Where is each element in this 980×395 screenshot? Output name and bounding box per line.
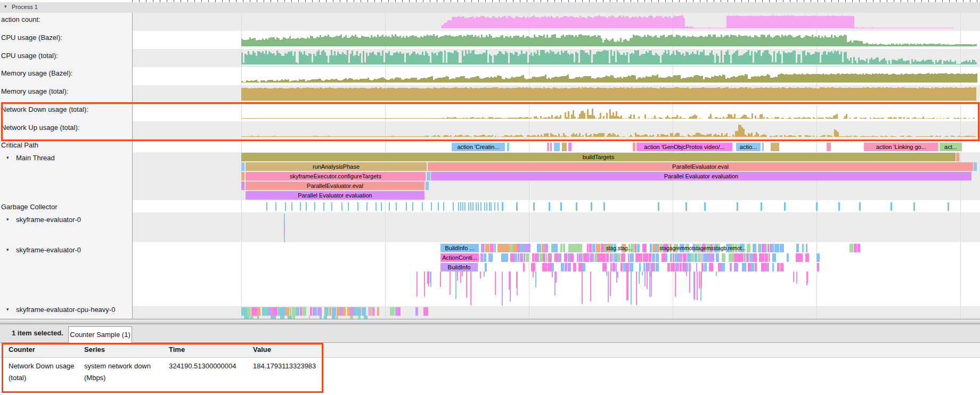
span-sliver[interactable] [532,253,535,262]
timeline-span-sliver[interactable] [241,172,244,180]
chevron-down-icon[interactable]: ▾ [6,155,9,160]
gc-event-tick[interactable] [603,202,605,211]
span-sliver[interactable] [247,307,251,316]
span-sliver[interactable] [850,244,853,252]
span-sliver[interactable] [637,244,640,252]
span-sliver[interactable] [777,263,780,271]
span-sliver[interactable] [528,244,530,252]
span-sliver[interactable] [776,244,779,252]
span-sliver[interactable] [395,307,398,316]
span-sliver[interactable] [742,263,746,271]
span-sliver[interactable] [563,244,565,252]
timeline-span[interactable]: ParallelEvaluator.eval [428,162,973,171]
span-sliver[interactable] [711,253,714,262]
track-label[interactable]: Memory usage (Bazel): [1,69,72,77]
gc-event-tick[interactable] [275,202,276,211]
span-sliver[interactable] [537,253,539,262]
span-sliver[interactable] [667,263,670,271]
timeline-span[interactable]: BuildInfo [440,263,478,271]
span-sliver[interactable] [707,253,711,262]
async-drip-line[interactable] [627,271,628,300]
span-sliver[interactable] [542,244,544,252]
span-sliver[interactable] [602,263,607,271]
async-drip-line[interactable] [647,271,648,289]
span-sliver[interactable] [617,253,620,262]
async-drip-line[interactable] [516,271,517,288]
gc-event-tick[interactable] [396,202,397,211]
span-sliver[interactable] [300,307,302,316]
timeline-span[interactable]: Parallel Evaluator evaluation [431,172,971,180]
gc-event-tick[interactable] [502,202,503,211]
span-sliver[interactable] [750,263,754,271]
span-sliver[interactable] [596,244,601,252]
span-sliver[interactable] [257,307,260,316]
span-sliver[interactable] [332,316,336,319]
async-drip-line[interactable] [590,271,591,301]
span-sliver[interactable] [730,263,732,271]
async-drip-line[interactable] [642,271,643,275]
span-sliver[interactable] [583,253,587,262]
async-drip-line[interactable] [651,271,652,297]
span-sliver[interactable] [721,263,725,271]
async-drip-line[interactable] [675,271,676,297]
span-sliver[interactable] [753,244,756,252]
span-sliver[interactable] [805,253,809,262]
span-sliver[interactable] [581,244,582,252]
span-sliver[interactable] [510,244,512,252]
async-drip-line[interactable] [533,271,534,277]
gc-event-tick[interactable] [816,202,818,211]
span-sliver[interactable] [854,244,858,252]
timeline-span-sliver[interactable] [547,143,549,151]
track-label[interactable]: CPU usage (total): [1,52,58,60]
chevron-down-icon[interactable]: ▾ [6,217,9,222]
gc-event-tick[interactable] [484,202,485,211]
span-sliver[interactable] [630,253,634,262]
span-sliver[interactable] [355,307,358,316]
gc-event-tick[interactable] [784,202,786,211]
async-drip-line[interactable] [649,271,650,297]
span-sliver[interactable] [569,253,574,262]
span-sliver[interactable] [621,253,626,262]
span-sliver[interactable] [505,244,510,252]
span-sliver[interactable] [796,253,798,262]
gc-event-tick[interactable] [476,202,477,211]
gc-event-tick[interactable] [470,202,471,211]
span-sliver[interactable] [303,307,306,316]
track-label[interactable]: action count: [1,15,40,23]
timeline-span[interactable]: Parallel Evaluator evaluation [246,191,424,200]
span-sliver[interactable] [347,307,350,316]
timeline-span[interactable]: action 'Creatin... [452,143,505,151]
span-sliver[interactable] [787,253,789,262]
span-sliver[interactable] [652,244,655,252]
async-drip-line[interactable] [556,271,557,283]
span-sliver[interactable] [704,263,707,271]
span-sliver[interactable] [656,253,659,262]
span-sliver[interactable] [497,244,501,252]
timeline-span-sliver[interactable] [956,153,959,161]
counter-track-network-up-usage-total[interactable] [0,0,980,395]
timeline-span-sliver[interactable] [974,162,977,171]
span-sliver[interactable] [675,263,680,271]
async-drip-line[interactable] [495,271,496,295]
span-sliver[interactable] [650,244,652,252]
span-sliver[interactable] [310,307,313,316]
span-sliver[interactable] [398,307,400,316]
async-drip-line[interactable] [807,271,808,283]
gc-event-tick[interactable] [314,202,315,211]
async-drip-line[interactable] [697,271,698,300]
span-sliver[interactable] [626,263,629,271]
span-sliver[interactable] [620,263,623,271]
gc-event-tick[interactable] [443,202,444,211]
gc-event-tick[interactable] [357,202,358,211]
span-sliver[interactable] [542,263,544,271]
async-drip-line[interactable] [610,271,611,296]
async-drip-line[interactable] [535,271,536,287]
span-sliver[interactable] [309,316,311,319]
span-sliver[interactable] [689,263,691,271]
timeline-span[interactable]: ParallelEvaluator.eval [246,182,424,190]
span-sliver[interactable] [313,307,315,316]
track-label[interactable]: skyframe-evaluator-cpu-heavy-0 [16,306,115,314]
span-sliver[interactable] [554,244,558,252]
track-label[interactable]: Garbage Collector [1,203,58,211]
gc-event-tick[interactable] [291,202,292,211]
